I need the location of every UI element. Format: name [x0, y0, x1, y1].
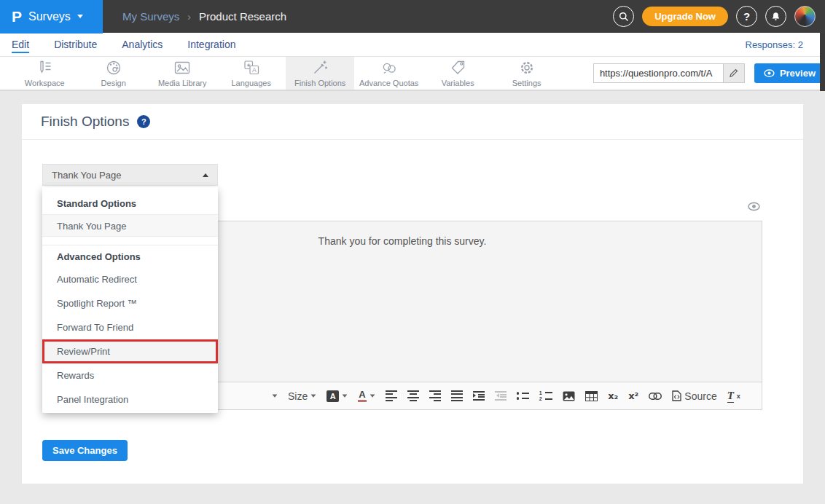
background-color-button[interactable]: A	[327, 390, 348, 402]
pencil-list-icon	[36, 59, 53, 76]
dropdown-item-automatic-redirect[interactable]: Automatic Redirect	[42, 267, 218, 291]
chevron-down-icon	[370, 394, 375, 397]
ribbon-item-label: Variables	[442, 79, 474, 87]
chevron-down-icon	[273, 394, 278, 397]
top-header: P Surveys My Surveys › Product Research …	[0, 0, 825, 33]
edit-url-button[interactable]	[723, 63, 745, 83]
dropdown-item-spotlight-report[interactable]: Spotlight Report ™	[42, 291, 218, 315]
tab-integration[interactable]: Integration	[187, 39, 235, 50]
search-button[interactable]	[613, 6, 634, 27]
table-icon	[585, 391, 598, 401]
ribbon-item-finish-options[interactable]: Finish Options	[286, 57, 354, 90]
font-dropdown[interactable]	[272, 394, 278, 398]
svg-text:A: A	[252, 66, 257, 74]
pencil-icon	[729, 68, 738, 78]
remove-format-button[interactable]: Tx	[727, 390, 740, 403]
finish-options-card: Finish Options ? Thank You Page Thank yo…	[22, 104, 803, 484]
outdent-button[interactable]	[495, 391, 507, 401]
help-button[interactable]: ?	[736, 6, 757, 27]
notifications-button[interactable]	[765, 6, 786, 27]
bell-icon	[770, 10, 782, 23]
gear-icon	[518, 59, 536, 76]
dropdown-item-thank-you-page[interactable]: Thank You Page	[42, 214, 218, 237]
ribbon-item-label: Design	[101, 79, 126, 87]
ribbon-item-media-library[interactable]: Media Library	[148, 57, 216, 90]
save-changes-button[interactable]: Save Changes	[42, 440, 128, 461]
header-actions: Upgrade Now ?	[613, 6, 825, 27]
subscript-button[interactable]: x₂	[608, 390, 618, 401]
dropdown-group-header: Standard Options	[42, 194, 218, 214]
chevron-down-icon	[77, 15, 83, 18]
finish-option-select[interactable]: Thank You Page	[42, 164, 218, 186]
ribbon-item-design[interactable]: Design	[79, 57, 147, 90]
text-color-button[interactable]: A	[358, 390, 375, 402]
dropdown-item-review-print[interactable]: Review/Print	[42, 339, 218, 363]
tab-edit[interactable]: Edit	[12, 39, 29, 50]
product-switcher-label: Surveys	[28, 10, 71, 23]
section-tabs: Edit Distribute Analytics Integration Re…	[0, 33, 825, 57]
dropdown-item-forward-to-friend[interactable]: Forward To Friend	[42, 315, 218, 339]
align-center-icon	[407, 390, 419, 402]
ribbon-item-label: Media Library	[158, 79, 207, 87]
eye-icon	[764, 69, 775, 77]
dropdown-item-rewards[interactable]: Rewards	[42, 363, 218, 387]
align-justify-button[interactable]	[451, 390, 463, 402]
scrollbar-strip	[820, 33, 825, 91]
dropdown-item-panel-integration[interactable]: Panel Integration	[42, 387, 218, 412]
source-file-icon	[672, 390, 681, 401]
insert-link-button[interactable]	[649, 393, 662, 400]
tab-analytics[interactable]: Analytics	[122, 39, 163, 50]
finish-option-dropdown: Standard Options Thank You Page Advanced…	[42, 187, 218, 413]
ribbon-item-label: Settings	[512, 79, 541, 87]
indent-button[interactable]	[473, 391, 485, 401]
tab-distribute[interactable]: Distribute	[54, 39, 97, 50]
ribbon-item-languages[interactable]: ★A Languages	[216, 57, 285, 90]
responses-count[interactable]: Responses: 2	[746, 39, 825, 50]
bullet-list-button[interactable]	[517, 392, 529, 400]
breadcrumb-parent[interactable]: My Surveys	[122, 10, 179, 23]
align-left-button[interactable]	[386, 390, 397, 402]
breadcrumb-separator: ›	[187, 11, 191, 23]
preview-button[interactable]: Preview	[754, 63, 825, 83]
tag-icon	[449, 59, 466, 76]
ribbon-item-settings[interactable]: Settings	[492, 57, 560, 90]
ribbon-item-workspace[interactable]: Workspace	[10, 57, 79, 90]
upgrade-now-button[interactable]: Upgrade Now	[642, 7, 728, 26]
card-body: Thank You Page Thank you for completing …	[22, 140, 803, 484]
superscript-button[interactable]: x²	[628, 390, 638, 401]
page-title: Finish Options	[41, 114, 129, 130]
insert-image-button[interactable]	[563, 391, 575, 401]
insert-table-button[interactable]	[585, 391, 598, 401]
ribbon-item-label: Advance Quotas	[359, 79, 418, 87]
dropdown-group-header: Advanced Options	[42, 247, 218, 267]
survey-url-input[interactable]	[593, 63, 723, 83]
finish-option-select-value: Thank You Page	[52, 170, 121, 181]
breadcrumb-current: Product Research	[199, 10, 286, 23]
indent-icon	[473, 391, 485, 401]
outdent-icon	[495, 391, 507, 401]
breadcrumb: My Surveys › Product Research	[122, 10, 286, 23]
eye-icon	[748, 202, 760, 211]
magic-wand-icon	[311, 59, 329, 76]
avatar[interactable]	[794, 6, 816, 27]
ribbon-item-advance-quotas[interactable]: Advance Quotas	[354, 57, 423, 90]
palette-icon	[105, 59, 122, 76]
dropdown-divider	[42, 245, 218, 245]
align-justify-icon	[451, 390, 463, 402]
bullet-list-icon	[517, 392, 529, 400]
numbered-list-button[interactable]	[539, 391, 553, 401]
ribbon-item-variables[interactable]: Variables	[423, 57, 492, 90]
edit-ribbon: Workspace Design Media Library ★A Langua…	[0, 57, 825, 91]
source-button[interactable]: Source	[672, 390, 716, 402]
image-icon	[173, 59, 191, 76]
align-center-button[interactable]	[407, 390, 419, 402]
preview-thankyou-eye-button[interactable]	[748, 201, 760, 214]
font-size-dropdown[interactable]: Size	[288, 390, 316, 402]
product-switcher[interactable]: P Surveys	[0, 0, 103, 34]
help-badge-icon[interactable]: ?	[137, 115, 150, 128]
numbered-list-icon	[539, 391, 553, 401]
align-right-button[interactable]	[429, 390, 441, 402]
survey-url-group	[593, 63, 745, 83]
chevron-down-icon	[343, 394, 348, 397]
chevron-down-icon	[311, 394, 316, 397]
